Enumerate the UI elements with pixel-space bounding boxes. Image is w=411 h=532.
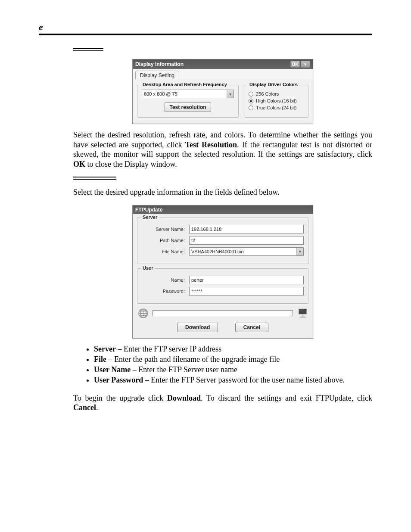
def-user-name-text: – Enter the FTP Server user name <box>131 365 237 374</box>
def-user-password-text: – Enter the FTP Server password for the … <box>143 376 345 384</box>
close-button[interactable]: × <box>301 61 310 68</box>
dialog-titlebar: FTPUpdate <box>133 205 313 214</box>
server-name-input[interactable]: 192.168.1.218 <box>189 225 304 233</box>
tab-strip: Display Setting <box>133 69 313 80</box>
group-resolution-legend: Desktop Area and Refresh Frequency <box>141 82 229 87</box>
fieldset-user-legend: User <box>141 265 155 271</box>
label-path-name: Path Name: <box>142 238 189 243</box>
paragraph-display: Select the desired resolution, refresh r… <box>73 130 372 169</box>
progress-row: 🌐 🖥️ <box>137 308 308 318</box>
globe-icon: 🌐 <box>137 308 149 318</box>
resolution-dropdown[interactable]: 800 x 600 @ 75 ▾ <box>142 90 234 98</box>
password-input[interactable]: ****** <box>189 287 304 296</box>
display-information-dialog: Display Information OK × Display Setting… <box>132 59 313 124</box>
list-item: Server – Enter the FTP server IP address <box>94 344 372 354</box>
path-name-input[interactable]: t2 <box>189 236 304 245</box>
file-name-value: VSRA402HNB4002D.bin <box>190 249 296 254</box>
cancel-button[interactable]: Cancel <box>235 323 268 332</box>
bold-ok: OK <box>73 160 85 168</box>
group-colors: Display Driver Colors 256 Colors High Co… <box>244 85 308 118</box>
fieldset-user: User Name: perter Password: ****** <box>137 268 308 304</box>
monitor-icon: 🖥️ <box>296 308 308 318</box>
dialog-title: Display Information <box>135 61 184 67</box>
group-colors-legend: Display Driver Colors <box>248 82 299 87</box>
label-name: Name: <box>142 277 189 283</box>
radio-label: 256 Colors <box>256 91 279 96</box>
def-user-name: User Name <box>94 365 131 374</box>
paragraph-footer: To begin the upgrade click Download. To … <box>73 393 372 413</box>
def-file-text: – Enter the path and filename of the upg… <box>106 355 280 364</box>
tab-display-setting[interactable]: Display Setting <box>135 71 179 80</box>
fieldset-server: Server Server Name: 192.168.1.218 Path N… <box>137 218 308 264</box>
ftpupdate-dialog: FTPUpdate Server Server Name: 192.168.1.… <box>132 205 313 339</box>
page-header-letter: e <box>39 22 372 33</box>
chevron-down-icon: ▾ <box>227 90 234 98</box>
radio-label: True Colors (24 bit) <box>256 105 296 110</box>
radio-icon <box>249 106 253 110</box>
bold-cancel: Cancel <box>73 403 96 412</box>
chevron-down-icon: ▾ <box>296 248 303 255</box>
paragraph-upgrade-intro: Select the desired upgrade information i… <box>73 187 372 197</box>
radio-high-colors[interactable]: High Colors (16 bit) <box>249 98 304 103</box>
dialog-titlebar: Display Information OK × <box>133 59 313 69</box>
resolution-value: 800 x 600 @ 75 <box>142 91 227 96</box>
header-rule <box>39 34 372 35</box>
footer-pre: To begin the upgrade click <box>73 394 167 402</box>
def-file: File <box>94 355 106 364</box>
bold-test-resolution: Test Resolution <box>185 140 237 149</box>
radio-true-colors[interactable]: True Colors (24 bit) <box>249 105 304 110</box>
label-file-name: File Name: <box>142 249 189 254</box>
section-marker <box>73 48 372 51</box>
label-server-name: Server Name: <box>142 227 189 232</box>
def-user-password: User Password <box>94 376 143 384</box>
bold-download: Download <box>167 394 201 402</box>
list-item: User Name – Enter the FTP Server user na… <box>94 364 372 375</box>
label-password: Password: <box>142 289 189 294</box>
footer-end: . <box>96 403 98 412</box>
download-button[interactable]: Download <box>177 323 218 332</box>
fieldset-server-legend: Server <box>141 215 159 220</box>
radio-icon <box>249 92 253 96</box>
section-marker <box>73 177 372 180</box>
def-server: Server <box>94 345 116 353</box>
def-server-text: – Enter the FTP server IP address <box>116 345 221 353</box>
definition-list: Server – Enter the FTP server IP address… <box>73 344 372 386</box>
list-item: File – Enter the path and filename of th… <box>94 354 372 364</box>
radio-icon <box>249 99 253 103</box>
group-resolution: Desktop Area and Refresh Frequency 800 x… <box>137 85 239 118</box>
file-name-dropdown[interactable]: VSRA402HNB4002D.bin ▾ <box>189 247 304 256</box>
list-item: User Password – Enter the FTP Server pas… <box>94 375 372 385</box>
progress-bar <box>153 310 293 316</box>
ok-button[interactable]: OK <box>290 61 300 68</box>
user-name-input[interactable]: perter <box>189 276 304 284</box>
footer-mid: . To discard the settings and exit FTPUp… <box>201 394 372 402</box>
radio-label: High Colors (16 bit) <box>256 98 297 103</box>
radio-256-colors[interactable]: 256 Colors <box>249 91 304 96</box>
dialog-title: FTPUpdate <box>135 207 162 213</box>
test-resolution-button[interactable]: Test resolution <box>165 103 211 112</box>
